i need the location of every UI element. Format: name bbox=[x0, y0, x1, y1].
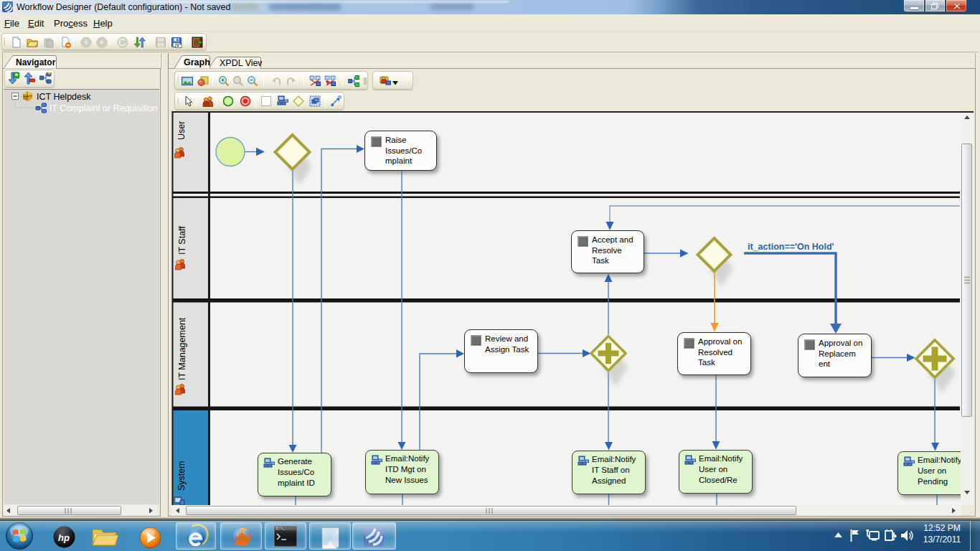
svg-text:IT Management: IT Management bbox=[177, 317, 187, 380]
svg-text:User: User bbox=[176, 121, 187, 140]
svg-text:it_action=='On Hold': it_action=='On Hold' bbox=[748, 242, 834, 252]
svg-text:IT Staff: IT Staff bbox=[177, 226, 187, 255]
svg-text:Navigator: Navigator bbox=[16, 57, 56, 67]
svg-text:ICT Helpdesk: ICT Helpdesk bbox=[37, 92, 91, 102]
svg-text:XPDL View: XPDL View bbox=[220, 58, 262, 68]
svg-text:Graph: Graph bbox=[184, 57, 210, 67]
svg-text:IT Complaint or Requisition Pr: IT Complaint or Requisition Pr bbox=[50, 103, 159, 113]
svg-text:hp: hp bbox=[58, 532, 70, 543]
svg-text:System: System bbox=[176, 461, 187, 491]
